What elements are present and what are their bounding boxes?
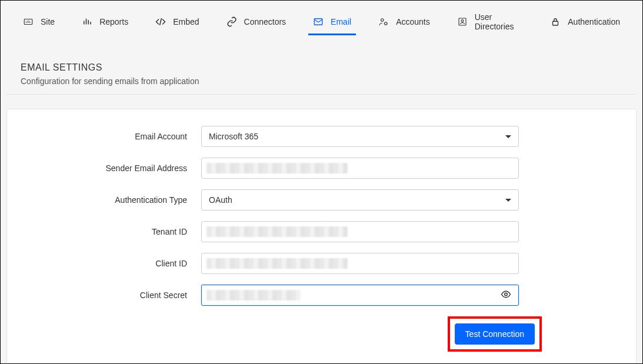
svg-point-3 <box>381 19 384 22</box>
bar-chart-icon <box>82 16 92 27</box>
redacted-value <box>206 290 301 300</box>
tenant-id-input[interactable] <box>201 221 519 242</box>
section-header: EMAIL SETTINGS Configuration for sending… <box>6 40 637 95</box>
svg-point-6 <box>461 20 464 22</box>
page-description: Configuration for sending emails from ap… <box>21 76 622 86</box>
client-id-label: Client ID <box>31 259 201 268</box>
svg-point-4 <box>385 22 388 25</box>
tab-email[interactable]: Email <box>311 12 354 35</box>
tab-label: User Directories <box>475 12 524 31</box>
email-account-select[interactable]: Microsoft 365 <box>201 126 519 147</box>
redacted-value <box>206 226 348 237</box>
svg-text:URL: URL <box>25 21 31 24</box>
field-client-secret: Client Secret <box>31 285 612 306</box>
mail-icon <box>313 16 324 27</box>
field-email-account: Email Account Microsoft 365 <box>31 126 612 147</box>
tab-label: Site <box>41 17 55 26</box>
lock-icon <box>550 16 561 27</box>
client-id-input[interactable] <box>201 253 519 274</box>
client-secret-input[interactable] <box>201 285 519 306</box>
directory-icon <box>457 16 468 27</box>
sender-email-input[interactable] <box>201 158 519 179</box>
highlight-annotation: Test Connection <box>448 316 542 352</box>
show-password-icon[interactable] <box>501 289 511 302</box>
field-auth-type: Authentication Type OAuth <box>31 189 612 211</box>
svg-rect-7 <box>553 21 558 25</box>
tab-embed[interactable]: Embed <box>153 12 201 35</box>
auth-type-label: Authentication Type <box>31 195 201 205</box>
svg-point-8 <box>505 293 508 296</box>
redacted-value <box>206 163 348 173</box>
tab-label: Embed <box>173 17 199 26</box>
tab-reports[interactable]: Reports <box>79 12 131 35</box>
tab-connectors[interactable]: Connectors <box>224 12 289 35</box>
caret-down-icon <box>505 199 511 202</box>
settings-tabs: URL Site Reports Embed Connectors Email … <box>6 1 637 40</box>
auth-type-select[interactable]: OAuth <box>201 189 519 211</box>
field-tenant-id: Tenant ID <box>31 221 612 242</box>
tab-label: Accounts <box>396 17 430 26</box>
tab-accounts[interactable]: Accounts <box>376 12 432 35</box>
tab-label: Reports <box>99 17 128 26</box>
url-icon: URL <box>23 16 34 27</box>
link-icon <box>226 16 237 27</box>
client-secret-label: Client Secret <box>31 290 201 300</box>
sender-email-label: Sender Email Address <box>31 163 201 173</box>
select-value: Microsoft 365 <box>209 132 258 141</box>
user-gear-icon <box>378 16 389 27</box>
email-settings-form: Email Account Microsoft 365 Sender Email… <box>6 109 637 364</box>
email-account-label: Email Account <box>31 132 201 141</box>
field-sender-email: Sender Email Address <box>31 158 612 179</box>
tab-label: Email <box>331 17 351 26</box>
code-icon <box>155 16 166 27</box>
test-connection-button[interactable]: Test Connection <box>455 323 535 345</box>
tab-user-directories[interactable]: User Directories <box>455 8 526 39</box>
redacted-value <box>206 258 348 269</box>
tab-label: Authentication <box>568 17 620 26</box>
tab-authentication[interactable]: Authentication <box>548 12 622 35</box>
select-value: OAuth <box>209 195 232 205</box>
form-actions: Test Connection <box>31 316 612 352</box>
tab-label: Connectors <box>244 17 286 26</box>
page-title: EMAIL SETTINGS <box>21 62 622 73</box>
caret-down-icon <box>505 135 511 138</box>
tenant-id-label: Tenant ID <box>31 227 201 236</box>
field-client-id: Client ID <box>31 253 612 274</box>
tab-site[interactable]: URL Site <box>21 12 57 35</box>
